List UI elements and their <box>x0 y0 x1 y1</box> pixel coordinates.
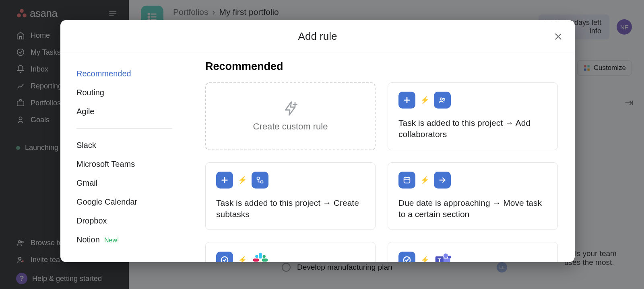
rule-card-add-collaborators[interactable]: ⚡ Task is added to this project → Add co… <box>388 82 558 150</box>
svg-point-18 <box>443 98 445 100</box>
modal-title: Add rule <box>298 30 337 43</box>
check-icon <box>398 252 415 262</box>
integration-label: Notion <box>76 235 100 244</box>
svg-rect-26 <box>253 259 259 262</box>
svg-rect-20 <box>261 181 263 183</box>
bolt-icon: ⚡ <box>238 176 247 184</box>
modal-sidebar: Recommended Routing Agile Slack Microsof… <box>60 53 188 262</box>
bolt-icon: ⚡ <box>420 96 429 105</box>
category-routing[interactable]: Routing <box>76 83 172 102</box>
slack-icon <box>252 251 269 262</box>
bolt-icon: ⚡ <box>238 256 247 262</box>
svg-rect-21 <box>404 177 410 183</box>
subtasks-icon <box>252 172 268 189</box>
integration-gmail[interactable]: Gmail <box>76 174 172 193</box>
svg-point-33 <box>448 256 451 258</box>
add-rule-modal: Add rule Recommended Routing Agile Slack… <box>60 20 575 262</box>
custom-rule-label: Create custom rule <box>253 121 328 132</box>
svg-rect-25 <box>259 262 262 262</box>
rule-card-text: Task is added to this project → Create s… <box>216 197 365 220</box>
svg-point-27 <box>255 255 258 258</box>
rule-card-teams[interactable]: ⚡ T <box>388 242 558 262</box>
new-badge: New! <box>104 237 119 244</box>
check-icon <box>216 252 233 262</box>
modal-header: Add rule <box>60 20 575 53</box>
arrow-right-icon <box>434 172 451 189</box>
svg-rect-19 <box>257 177 260 179</box>
close-icon[interactable] <box>553 31 564 42</box>
section-title: Recommended <box>205 60 558 73</box>
lightning-plus-icon <box>282 100 299 117</box>
svg-rect-23 <box>259 253 262 259</box>
rule-card-create-subtasks[interactable]: ⚡ Task is added to this project → Create… <box>205 162 376 230</box>
svg-point-28 <box>263 255 266 258</box>
bolt-icon: ⚡ <box>420 176 429 184</box>
svg-text:T: T <box>438 258 441 262</box>
plus-icon <box>398 92 415 109</box>
modal-content: Recommended Create custom rule ⚡ Task is… <box>188 53 575 262</box>
integration-slack[interactable]: Slack <box>76 136 172 155</box>
plus-icon <box>216 172 233 189</box>
divider <box>76 128 172 129</box>
integration-notion[interactable]: Notion New! <box>76 230 172 249</box>
rule-card-text: Task is added to this project → Add coll… <box>398 117 547 140</box>
bolt-icon: ⚡ <box>420 256 429 262</box>
integration-teams[interactable]: Microsoft Teams <box>76 155 172 174</box>
category-agile[interactable]: Agile <box>76 102 172 121</box>
integration-gcal[interactable]: Google Calendar <box>76 193 172 211</box>
category-recommended[interactable]: Recommended <box>76 64 172 83</box>
svg-point-32 <box>444 254 448 258</box>
create-custom-rule-card[interactable]: Create custom rule <box>205 82 376 150</box>
integration-dropbox[interactable]: Dropbox <box>76 211 172 230</box>
collaborators-icon <box>434 92 451 109</box>
ms-teams-icon: T <box>434 251 452 262</box>
calendar-icon <box>398 172 415 189</box>
svg-point-17 <box>440 98 443 100</box>
rule-card-text: Due date is approaching → Move task to a… <box>398 197 547 220</box>
rule-card-slack[interactable]: ⚡ <box>205 242 376 262</box>
svg-rect-24 <box>262 259 268 262</box>
rule-card-move-section[interactable]: ⚡ Due date is approaching → Move task to… <box>388 162 558 230</box>
